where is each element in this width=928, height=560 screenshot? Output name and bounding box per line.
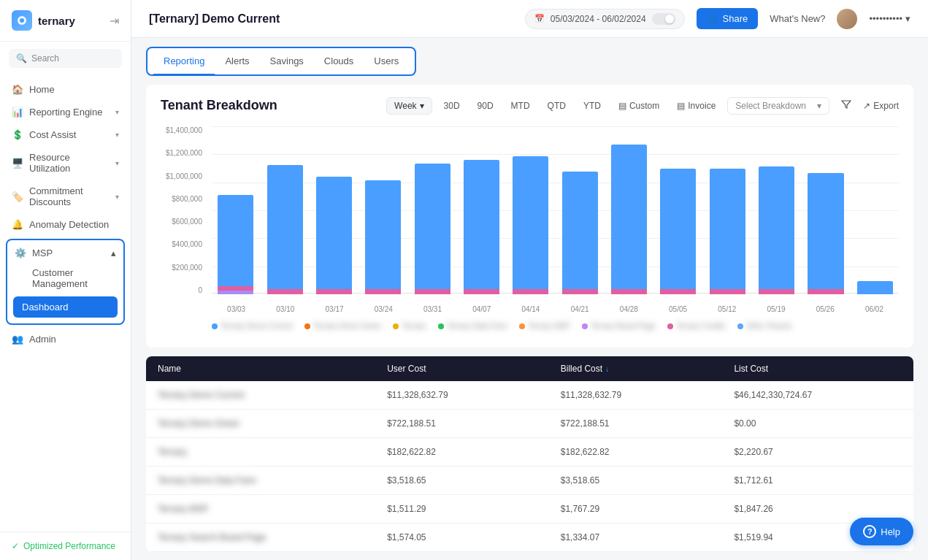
chevron-down-icon: ▾ xyxy=(817,101,821,111)
legend-label: Ternary Demo Green xyxy=(313,322,381,330)
sidebar-item-msp[interactable]: ⚙️ MSP ▴ xyxy=(7,243,123,263)
sidebar-item-commitment-discounts[interactable]: 🏷️ Commitment Discounts ▾ xyxy=(0,180,131,213)
tag-icon: 🏷️ xyxy=(12,191,23,202)
bars-container xyxy=(212,126,899,294)
bar-column xyxy=(704,126,751,294)
chevron-down-icon: ▾ xyxy=(115,108,119,116)
share-label: Share xyxy=(723,13,748,24)
cell-name: Ternary Demo Data Farm xyxy=(158,475,381,486)
sidebar-nav: 🏠 Home 📊 Reporting Engine ▾ 💲 Cost Assis… xyxy=(0,75,131,532)
sidebar-search[interactable]: 🔍 Search xyxy=(0,42,131,75)
table-row[interactable]: Ternary MSP $1,511.29 $1,767.29 $1,847.2… xyxy=(146,495,913,523)
column-header-user-cost: User Cost xyxy=(387,364,555,374)
column-header-billed-cost[interactable]: Billed Cost↓ xyxy=(561,364,729,374)
search-box[interactable]: 🔍 Search xyxy=(9,49,122,68)
time-btn-ytd[interactable]: YTD xyxy=(578,98,607,114)
gear-icon: 👥 xyxy=(12,334,23,345)
x-label: 03/24 xyxy=(359,305,408,313)
legend-item: Ternary Brand Page xyxy=(582,322,656,330)
date-range-toggle[interactable] xyxy=(652,13,675,25)
table-header: Name User Cost Billed Cost↓ List Cost xyxy=(146,356,913,381)
whats-new-link[interactable]: What's New? xyxy=(770,13,825,24)
legend-label: Other Tenants xyxy=(746,322,792,330)
export-button[interactable]: ↗ Export xyxy=(863,101,899,111)
cell-name: Ternary Demo Current xyxy=(158,390,381,400)
sidebar-item-home[interactable]: 🏠 Home xyxy=(0,78,131,101)
bar-column xyxy=(310,126,358,294)
time-btn-invoice[interactable]: ▤ Invoice xyxy=(671,98,721,114)
column-label: List Cost xyxy=(734,364,768,374)
chart-title: Tenant Breakdown xyxy=(161,98,277,113)
legend-item: Ternary Data Farm xyxy=(438,322,507,330)
help-icon: ? xyxy=(863,525,876,538)
tab-savings[interactable]: Savings xyxy=(260,48,314,75)
chart-section: Tenant Breakdown Week ▾ 30D 90D MTD QTD … xyxy=(146,85,913,348)
svg-point-1 xyxy=(20,18,24,23)
bar-column xyxy=(359,126,407,294)
sidebar-item-resource-utilization[interactable]: 🖥️ Resource Utilization ▾ xyxy=(0,146,131,180)
calendar-icon: 📅 xyxy=(534,14,545,23)
legend-color xyxy=(438,323,444,329)
chevron-down-icon: ▾ xyxy=(115,131,119,139)
breakdown-select[interactable]: Select Breakdown ▾ xyxy=(727,97,829,115)
cell-list-cost: $1,847.26 xyxy=(734,504,902,514)
filter-button[interactable] xyxy=(835,96,857,115)
home-icon: 🏠 xyxy=(12,84,23,95)
tab-users[interactable]: Users xyxy=(364,48,409,75)
legend-color xyxy=(519,323,525,329)
legend-item: Ternary Credits xyxy=(667,322,726,330)
sidebar-item-customer-management[interactable]: Customer Management xyxy=(7,263,123,294)
date-range-picker[interactable]: 📅 05/03/2024 - 06/02/2024 xyxy=(525,9,685,29)
share-icon: 👤 xyxy=(707,13,718,24)
search-label: Search xyxy=(31,53,59,64)
y-label: $1,200,000 xyxy=(161,149,208,157)
table-row[interactable]: Ternary Demo Green $722,188.51 $722,188.… xyxy=(146,410,913,438)
y-label: $400,000 xyxy=(161,240,208,248)
table-row[interactable]: Ternary Demo Current $11,328,632.79 $11,… xyxy=(146,381,913,410)
tab-alerts[interactable]: Alerts xyxy=(215,48,259,75)
table-row[interactable]: Ternary Demo Data Farm $3,518.65 $3,518.… xyxy=(146,467,913,495)
x-label: 05/05 xyxy=(653,305,702,313)
sidebar-item-reporting-engine[interactable]: 📊 Reporting Engine ▾ xyxy=(0,101,131,123)
time-btn-30d[interactable]: 30D xyxy=(438,98,466,114)
data-table: Name User Cost Billed Cost↓ List Cost Te… xyxy=(146,356,913,552)
x-label: 03/31 xyxy=(408,305,457,313)
avatar[interactable] xyxy=(837,9,857,29)
username: •••••••••• xyxy=(869,13,902,24)
legend-item: Other Tenants xyxy=(737,322,792,330)
x-label: 04/21 xyxy=(556,305,605,313)
user-menu[interactable]: •••••••••• ▾ xyxy=(869,13,910,24)
sidebar-item-anomaly-detection[interactable]: 🔔 Anomaly Detection xyxy=(0,213,131,236)
sidebar-toggle-icon[interactable]: ⇥ xyxy=(110,14,119,28)
table-row[interactable]: Ternary $182,622.82 $182,622.82 $2,220.6… xyxy=(146,438,913,467)
time-btn-qtd[interactable]: QTD xyxy=(542,98,572,114)
help-button[interactable]: ? Help xyxy=(850,518,913,545)
msp-label: MSP xyxy=(32,248,53,258)
time-btn-mtd[interactable]: MTD xyxy=(505,98,536,114)
cell-user-cost: $1,574.05 xyxy=(387,532,555,542)
cell-billed-cost: $182,622.82 xyxy=(561,447,729,457)
tab-reporting[interactable]: Reporting xyxy=(153,48,215,75)
dashboard-label: Dashboard xyxy=(22,302,69,312)
help-label: Help xyxy=(881,526,900,537)
logo-icon xyxy=(12,10,32,31)
sidebar-item-cost-assist[interactable]: 💲 Cost Assist ▾ xyxy=(0,123,131,146)
cell-list-cost: $2,220.67 xyxy=(734,447,902,457)
bar-column xyxy=(753,126,800,294)
time-btn-90d[interactable]: 90D xyxy=(472,98,499,114)
chevron-down-icon: ▾ xyxy=(905,13,910,24)
sidebar-item-admin[interactable]: 👥 Admin xyxy=(0,328,131,350)
sidebar-item-label: Commitment Discounts xyxy=(29,185,110,207)
sidebar-item-label: Admin xyxy=(29,334,56,345)
export-icon: ↗ xyxy=(863,101,870,111)
table-row[interactable]: Ternary Search Brand Page $1,574.05 $1,3… xyxy=(146,523,913,552)
share-button[interactable]: 👤 Share xyxy=(697,8,759,29)
cell-name: Ternary xyxy=(158,447,381,457)
time-period-select[interactable]: Week ▾ xyxy=(386,97,432,115)
legend-color xyxy=(212,323,218,329)
column-header-list-cost: List Cost xyxy=(734,364,902,374)
time-select-label: Week xyxy=(394,101,416,111)
sidebar-item-dashboard[interactable]: Dashboard xyxy=(13,296,118,318)
time-btn-custom[interactable]: ▤ Custom xyxy=(613,98,665,114)
tab-clouds[interactable]: Clouds xyxy=(314,48,364,75)
